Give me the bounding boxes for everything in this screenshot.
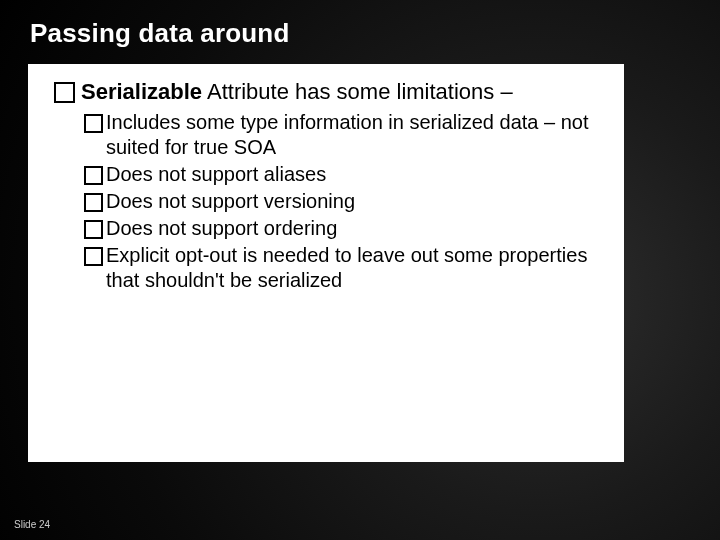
slide-title: Passing data around [30, 18, 290, 49]
checkbox-icon [84, 166, 103, 185]
sub-bullet: Includes some type information in serial… [84, 110, 604, 160]
bullet-text: Does not support versioning [106, 189, 355, 214]
checkbox-icon [84, 114, 103, 133]
bullet-text: Serializable Attribute has some limitati… [81, 78, 513, 106]
sub-bullet: Does not support aliases [84, 162, 604, 187]
bullet-text: Includes some type information in serial… [106, 110, 604, 160]
sub-bullet: Does not support versioning [84, 189, 604, 214]
checkbox-icon [84, 220, 103, 239]
slide-number: Slide 24 [14, 519, 50, 530]
slide: Passing data around Serializable Attribu… [0, 0, 720, 540]
bullet-rest: Attribute has some limitations – [202, 79, 513, 104]
content-card: Serializable Attribute has some limitati… [28, 64, 624, 462]
checkbox-icon [84, 247, 103, 266]
sub-bullet: Does not support ordering [84, 216, 604, 241]
sub-bullet: Explicit opt-out is needed to leave out … [84, 243, 604, 293]
bold-word: Serializable [81, 79, 202, 104]
bullet-level1: Serializable Attribute has some limitati… [54, 78, 608, 106]
checkbox-icon [54, 82, 75, 103]
bullet-text: Does not support aliases [106, 162, 326, 187]
bullet-text: Does not support ordering [106, 216, 337, 241]
bullet-text: Explicit opt-out is needed to leave out … [106, 243, 604, 293]
checkbox-icon [84, 193, 103, 212]
